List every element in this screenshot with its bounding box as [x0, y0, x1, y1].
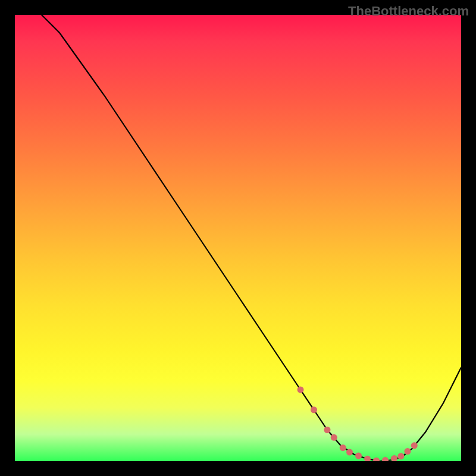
marker-dot: [355, 453, 362, 459]
marker-dot: [340, 444, 346, 451]
marker-dot: [391, 455, 397, 461]
marker-dot: [298, 387, 304, 393]
marker-dot: [373, 458, 380, 461]
marker-dot: [382, 457, 389, 461]
marker-dot: [411, 442, 418, 449]
marker-dot: [324, 427, 331, 433]
curve-line: [37, 15, 462, 461]
marker-dots: [298, 387, 418, 462]
marker-dot: [346, 449, 353, 456]
marker-dot: [397, 453, 404, 459]
marker-dot: [311, 406, 317, 413]
watermark-text: TheBottleneck.com: [348, 4, 469, 19]
plot-area: [15, 15, 461, 461]
marker-dot: [405, 448, 411, 455]
chart-svg: [15, 15, 461, 461]
marker-dot: [331, 434, 337, 441]
marker-dot: [364, 456, 371, 461]
